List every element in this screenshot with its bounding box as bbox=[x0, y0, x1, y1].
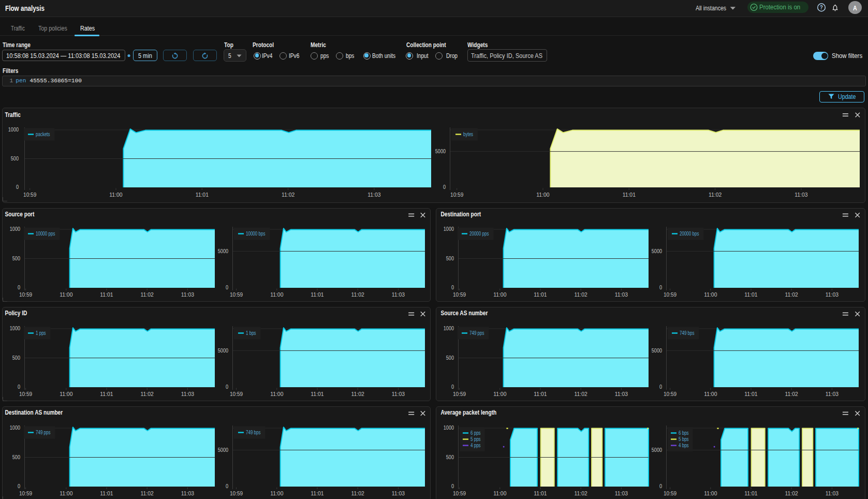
svg-text:10:59: 10:59 bbox=[453, 291, 466, 298]
svg-text:749 bps: 749 bps bbox=[680, 330, 695, 336]
svg-text:10:59: 10:59 bbox=[230, 291, 243, 298]
svg-text:20000 pps: 20000 pps bbox=[469, 231, 489, 237]
svg-text:0: 0 bbox=[659, 384, 662, 390]
svg-text:11:00: 11:00 bbox=[109, 192, 122, 198]
svg-text:0: 0 bbox=[16, 184, 19, 190]
svg-text:11:00: 11:00 bbox=[493, 391, 506, 397]
svg-text:11:00: 11:00 bbox=[493, 291, 506, 298]
svg-text:1000: 1000 bbox=[10, 226, 20, 232]
svg-text:10:59: 10:59 bbox=[19, 391, 32, 397]
svg-text:11:02: 11:02 bbox=[141, 391, 154, 397]
svg-text:11:02: 11:02 bbox=[709, 192, 722, 198]
svg-text:11:01: 11:01 bbox=[311, 391, 323, 397]
svg-text:11:03: 11:03 bbox=[392, 291, 405, 298]
svg-text:6 pps: 6 pps bbox=[470, 430, 481, 436]
svg-text:4 pps: 4 pps bbox=[470, 443, 481, 448]
svg-text:0: 0 bbox=[226, 384, 228, 390]
svg-text:?: ? bbox=[820, 4, 823, 10]
svg-text:500: 500 bbox=[446, 255, 454, 261]
svg-text:11:01: 11:01 bbox=[744, 391, 757, 397]
svg-text:1000: 1000 bbox=[444, 424, 454, 431]
svg-text:5000: 5000 bbox=[652, 248, 662, 254]
svg-text:1 pps: 1 pps bbox=[36, 330, 46, 336]
svg-text:11:01: 11:01 bbox=[311, 291, 323, 298]
svg-text:11:01: 11:01 bbox=[100, 391, 113, 397]
svg-text:11:01: 11:01 bbox=[623, 192, 636, 198]
svg-text:0: 0 bbox=[18, 483, 20, 489]
svg-text:11:03: 11:03 bbox=[826, 490, 838, 496]
svg-text:749 pps: 749 pps bbox=[36, 430, 51, 435]
svg-text:Destination AS number: Destination AS number bbox=[5, 408, 63, 416]
svg-text:11:03: 11:03 bbox=[392, 391, 405, 397]
svg-text:1 bps: 1 bps bbox=[246, 330, 256, 336]
svg-text:5000: 5000 bbox=[652, 447, 662, 453]
svg-text:11:01: 11:01 bbox=[744, 291, 757, 298]
svg-text:11:03: 11:03 bbox=[181, 490, 194, 496]
svg-text:11:02: 11:02 bbox=[785, 391, 798, 397]
svg-text:5000: 5000 bbox=[218, 447, 228, 453]
svg-text:Policy ID: Policy ID bbox=[5, 309, 27, 317]
svg-text:11:03: 11:03 bbox=[392, 490, 405, 496]
svg-text:500: 500 bbox=[12, 355, 20, 361]
svg-text:11:02: 11:02 bbox=[282, 192, 295, 198]
svg-text:11:02: 11:02 bbox=[141, 291, 154, 298]
svg-text:11:01: 11:01 bbox=[100, 490, 113, 496]
svg-text:0: 0 bbox=[451, 384, 454, 390]
svg-text:0: 0 bbox=[18, 384, 20, 390]
svg-text:Traffic: Traffic bbox=[5, 111, 21, 119]
svg-text:500: 500 bbox=[446, 355, 454, 361]
svg-text:11:01: 11:01 bbox=[744, 490, 757, 496]
svg-text:10:59: 10:59 bbox=[230, 391, 243, 397]
svg-text:11:02: 11:02 bbox=[351, 490, 364, 496]
svg-text:11:02: 11:02 bbox=[785, 490, 798, 496]
svg-text:5000: 5000 bbox=[218, 248, 228, 254]
svg-text:0: 0 bbox=[18, 284, 20, 290]
svg-text:11:02: 11:02 bbox=[575, 490, 587, 496]
svg-text:11:03: 11:03 bbox=[367, 192, 380, 198]
svg-text:11:00: 11:00 bbox=[704, 291, 717, 298]
svg-text:11:02: 11:02 bbox=[575, 391, 587, 397]
svg-text:10:59: 10:59 bbox=[19, 291, 32, 298]
svg-text:11:00: 11:00 bbox=[493, 490, 506, 496]
svg-text:11:03: 11:03 bbox=[826, 391, 838, 397]
svg-text:Destination port: Destination port bbox=[441, 210, 481, 218]
svg-text:4 bps: 4 bps bbox=[679, 443, 689, 448]
svg-text:11:01: 11:01 bbox=[196, 192, 209, 198]
svg-text:11:02: 11:02 bbox=[351, 291, 364, 298]
svg-text:1000: 1000 bbox=[444, 226, 454, 232]
svg-text:11:02: 11:02 bbox=[141, 490, 154, 496]
svg-text:10:59: 10:59 bbox=[453, 490, 466, 496]
svg-text:11:01: 11:01 bbox=[311, 490, 323, 496]
svg-text:11:02: 11:02 bbox=[575, 291, 587, 298]
svg-text:0: 0 bbox=[659, 284, 662, 290]
svg-text:0: 0 bbox=[443, 184, 446, 190]
svg-text:0: 0 bbox=[226, 284, 228, 290]
svg-text:11:03: 11:03 bbox=[826, 291, 838, 298]
svg-text:5000: 5000 bbox=[218, 347, 228, 354]
svg-text:0: 0 bbox=[451, 483, 454, 489]
svg-text:11:02: 11:02 bbox=[351, 391, 364, 397]
svg-text:11:03: 11:03 bbox=[615, 391, 628, 397]
svg-text:10:59: 10:59 bbox=[23, 192, 36, 198]
svg-text:11:00: 11:00 bbox=[704, 391, 717, 397]
svg-text:1000: 1000 bbox=[8, 126, 19, 133]
svg-text:20000 bps: 20000 bps bbox=[680, 231, 699, 237]
svg-text:11:01: 11:01 bbox=[534, 391, 547, 397]
svg-text:10:59: 10:59 bbox=[453, 391, 466, 397]
svg-text:0: 0 bbox=[451, 284, 454, 290]
svg-text:10:59: 10:59 bbox=[19, 490, 32, 496]
svg-text:11:01: 11:01 bbox=[100, 291, 113, 298]
svg-text:5 pps: 5 pps bbox=[470, 436, 481, 442]
svg-text:11:00: 11:00 bbox=[270, 291, 283, 298]
svg-text:10000 pps: 10000 pps bbox=[36, 231, 55, 237]
svg-text:11:00: 11:00 bbox=[60, 291, 72, 298]
svg-text:11:00: 11:00 bbox=[270, 490, 283, 496]
svg-text:11:03: 11:03 bbox=[181, 391, 194, 397]
svg-text:11:01: 11:01 bbox=[534, 490, 547, 496]
svg-text:11:02: 11:02 bbox=[785, 291, 798, 298]
svg-text:10:59: 10:59 bbox=[450, 192, 463, 198]
svg-text:11:03: 11:03 bbox=[795, 192, 807, 198]
svg-text:10:59: 10:59 bbox=[664, 391, 676, 397]
svg-text:11:00: 11:00 bbox=[270, 391, 283, 397]
svg-text:500: 500 bbox=[12, 255, 20, 261]
